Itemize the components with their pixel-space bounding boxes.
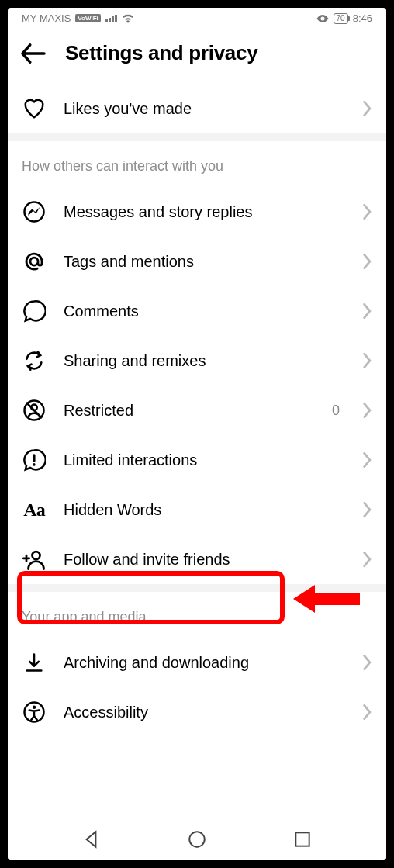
row-comments[interactable]: Comments bbox=[8, 286, 386, 336]
row-accessibility[interactable]: Accessibility bbox=[8, 687, 386, 737]
system-nav-bar bbox=[8, 821, 386, 860]
svg-point-6 bbox=[189, 832, 205, 847]
status-bar: MY MAXIS VoWiFi 70 8:46 bbox=[8, 8, 386, 26]
chevron-right-icon bbox=[363, 452, 372, 468]
nav-home-icon[interactable] bbox=[187, 829, 207, 849]
chevron-right-icon bbox=[363, 353, 372, 368]
divider bbox=[8, 584, 386, 592]
row-label: Archiving and downloading bbox=[64, 654, 346, 672]
svg-point-5 bbox=[33, 706, 36, 710]
row-label: Tags and mentions bbox=[64, 253, 346, 271]
restricted-icon bbox=[22, 398, 47, 423]
chevron-right-icon bbox=[363, 704, 372, 720]
row-likes[interactable]: Likes you've made bbox=[8, 84, 386, 133]
limited-icon bbox=[22, 448, 47, 472]
chevron-right-icon bbox=[363, 254, 372, 269]
messenger-icon bbox=[22, 199, 47, 224]
chevron-right-icon bbox=[363, 303, 372, 319]
row-messages[interactable]: Messages and story replies bbox=[8, 187, 386, 237]
chevron-right-icon bbox=[363, 101, 372, 116]
chevron-right-icon bbox=[363, 403, 372, 418]
svg-rect-7 bbox=[296, 832, 309, 846]
nav-back-icon[interactable] bbox=[81, 829, 102, 849]
row-follow-invite[interactable]: Follow and invite friends bbox=[8, 534, 386, 584]
row-label: Follow and invite friends bbox=[64, 551, 346, 569]
row-label: Sharing and remixes bbox=[64, 352, 346, 370]
row-limited[interactable]: Limited interactions bbox=[8, 435, 386, 485]
section-header-interact: How others can interact with you bbox=[8, 141, 386, 187]
vowifi-badge: VoWiFi bbox=[75, 14, 100, 22]
chevron-right-icon bbox=[363, 502, 372, 517]
header: Settings and privacy bbox=[8, 26, 386, 84]
section-header-app: Your app and media bbox=[8, 592, 386, 638]
eye-icon bbox=[316, 15, 329, 22]
row-label: Comments bbox=[64, 303, 346, 320]
row-hidden-words[interactable]: Aa Hidden Words bbox=[8, 485, 386, 534]
row-label: Messages and story replies bbox=[64, 203, 346, 221]
comment-icon bbox=[22, 299, 47, 323]
row-label: Limited interactions bbox=[64, 451, 346, 469]
signal-icon bbox=[105, 15, 117, 22]
carrier-label: MY MAXIS bbox=[22, 12, 71, 24]
heart-icon bbox=[22, 96, 47, 121]
row-tags[interactable]: Tags and mentions bbox=[8, 237, 386, 286]
row-restricted[interactable]: Restricted 0 bbox=[8, 386, 386, 435]
wifi-icon bbox=[122, 14, 134, 23]
remix-icon bbox=[22, 348, 47, 373]
badge-count: 0 bbox=[332, 403, 340, 419]
at-icon bbox=[22, 249, 47, 274]
chevron-right-icon bbox=[363, 655, 372, 670]
chevron-right-icon bbox=[363, 552, 372, 567]
row-label: Accessibility bbox=[64, 704, 346, 721]
row-label: Hidden Words bbox=[64, 501, 346, 519]
invite-friends-icon bbox=[22, 547, 47, 572]
row-archiving[interactable]: Archiving and downloading bbox=[8, 638, 386, 687]
accessibility-icon bbox=[22, 700, 47, 724]
battery-icon: 70 bbox=[334, 13, 348, 24]
row-label: Restricted bbox=[64, 402, 315, 420]
back-button[interactable] bbox=[20, 43, 47, 64]
time-label: 8:46 bbox=[353, 12, 372, 24]
aa-icon: Aa bbox=[22, 497, 47, 522]
row-sharing[interactable]: Sharing and remixes bbox=[8, 336, 386, 386]
chevron-right-icon bbox=[363, 204, 372, 220]
svg-point-3 bbox=[33, 552, 40, 559]
download-icon bbox=[22, 650, 47, 675]
row-label: Likes you've made bbox=[64, 100, 346, 118]
divider bbox=[8, 133, 386, 141]
page-title: Settings and privacy bbox=[65, 41, 257, 65]
nav-recent-icon[interactable] bbox=[292, 829, 313, 849]
